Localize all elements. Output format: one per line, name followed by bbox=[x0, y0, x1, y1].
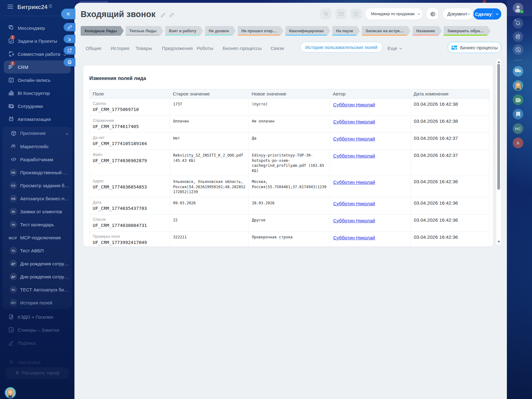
sidebar-item-тест-автозапуск-биз-[interactable]: ТАТЕСТ Автозапуск биз… bbox=[2, 283, 72, 296]
call-button[interactable] bbox=[320, 9, 331, 19]
scrollbar-up-arrow[interactable] bbox=[498, 61, 500, 63]
tab-связи[interactable]: Связи bbox=[270, 46, 284, 51]
field-history-table: ПолеСтарое значениеНовое значениеАвторДа… bbox=[89, 89, 490, 247]
sidebar-item-заявки-от-клиентов[interactable]: ЗКЗаявки от клиентов bbox=[2, 205, 72, 218]
stage-chip[interactable]: Не прошел откр… bbox=[238, 26, 284, 36]
sidebar-item-настройки[interactable]: Настройки bbox=[0, 356, 74, 369]
document-dropdown-label: Документ bbox=[447, 11, 467, 16]
author-link[interactable]: Субботин Николай bbox=[333, 119, 375, 124]
sidebar-item-тест-авбп[interactable]: ТАТест АВБП bbox=[2, 244, 72, 257]
sidebar-item-автоматизация[interactable]: Автоматизация bbox=[0, 113, 74, 126]
notifications-button[interactable] bbox=[513, 18, 523, 29]
messenger-widget-button[interactable] bbox=[513, 66, 523, 77]
bookmarks-widget-button[interactable] bbox=[513, 109, 523, 119]
stage-chip[interactable]: Квалифицирован bbox=[285, 26, 331, 36]
sidebar-item-производственный-[interactable]: ПКПроизводственный … bbox=[2, 166, 72, 179]
current-user-avatar-button[interactable] bbox=[513, 3, 523, 13]
copy-link-icon[interactable] bbox=[169, 12, 174, 18]
tab-user-field-history-active[interactable]: История пользовательских полей bbox=[300, 42, 382, 52]
sidebar-item-кэдо-госключ[interactable]: КЭДО + Госключ bbox=[0, 310, 74, 323]
business-processes-button[interactable]: Бизнес-процессы bbox=[448, 42, 501, 53]
user-ns-button[interactable]: НС bbox=[513, 123, 523, 134]
sidebar-item-label: Настройки bbox=[18, 360, 41, 365]
stage-chip[interactable]: Записан на встре… bbox=[362, 26, 410, 36]
scrollbar-down-arrow[interactable] bbox=[498, 241, 500, 243]
stage-color-line bbox=[444, 35, 487, 36]
sidebar-item-label: Совместная работа bbox=[18, 51, 60, 57]
profile-avatar[interactable] bbox=[5, 387, 16, 398]
logo-wrap[interactable]: Битрикс24 bbox=[17, 4, 52, 10]
copy-link-button[interactable] bbox=[64, 23, 75, 31]
stage-chip[interactable]: Не дозвон bbox=[205, 26, 236, 36]
open-in-new-window-button[interactable] bbox=[64, 46, 75, 55]
more-label: Еще bbox=[387, 46, 397, 51]
assignee-dropdown[interactable]: Менеджер по продажам bbox=[365, 8, 422, 20]
author-link[interactable]: Субботин Николай bbox=[333, 235, 375, 240]
tab-more-dropdown[interactable]: Еще bbox=[387, 46, 402, 51]
author-link[interactable]: Субботин Николай bbox=[333, 180, 375, 185]
author-link[interactable]: Субботин Николай bbox=[333, 201, 375, 206]
table-row: СделкаUF_CRM_1775069710 1737 (пусто) Суб… bbox=[89, 99, 490, 116]
stage-chip[interactable]: Завершить обра… bbox=[444, 26, 490, 36]
author-link[interactable]: Субботин Николай bbox=[333, 102, 375, 107]
sidebar-item-совместная-работа[interactable]: Совместная работа bbox=[0, 47, 74, 60]
stage-chip[interactable]: Теплые Лиды bbox=[126, 26, 163, 36]
change-date: 03.04.2026 16:42:37 bbox=[414, 152, 486, 158]
deal-split-button[interactable]: Сделку bbox=[473, 8, 501, 20]
old-value: 1737 bbox=[173, 101, 245, 107]
copilot-button[interactable] bbox=[513, 31, 523, 42]
sidebar-item-bi-конструктор[interactable]: BI Конструктор bbox=[0, 86, 74, 100]
sidebar-item-тест-календарь[interactable]: ТКТест календарь bbox=[2, 218, 72, 231]
sidebar-item-задачи-и-проекты[interactable]: Задачи и Проекты1 bbox=[0, 34, 74, 47]
close-button[interactable] bbox=[61, 9, 75, 19]
sidebar-item-онлайн-запись[interactable]: Онлайн-запись bbox=[0, 73, 74, 86]
letter-badge-icon: ИП bbox=[10, 299, 17, 306]
sidebar-item-мессенджер[interactable]: Мессенджер bbox=[0, 21, 74, 34]
tab-товары[interactable]: Товары bbox=[136, 46, 152, 51]
hamburger-menu-icon[interactable] bbox=[7, 5, 13, 9]
sidebar-item-разработчикам[interactable]: Разработчикам bbox=[2, 153, 72, 166]
sidebar-item-дни-рождения-сотру-[interactable]: ДРДни рождения сотру… bbox=[2, 257, 72, 270]
document-dropdown[interactable]: Документ bbox=[443, 8, 473, 20]
stage-chip[interactable]: Холодные Лиды bbox=[81, 26, 124, 36]
sidebar-item-маркетплейс[interactable]: Маркетплейс bbox=[2, 140, 72, 153]
tab-бизнес-процессы[interactable]: Бизнес-процессы bbox=[223, 46, 262, 51]
stage-chip[interactable]: На паузе bbox=[332, 26, 360, 36]
contact-avatar-button[interactable] bbox=[513, 80, 523, 91]
author-link[interactable]: Субботин Николай bbox=[333, 153, 375, 158]
stage-chip[interactable]: Название bbox=[413, 26, 442, 36]
sidebar-item-просмотр-задания-б-[interactable]: ПЗПросмотр задания б… bbox=[2, 179, 72, 192]
edit-title-icon[interactable] bbox=[160, 12, 166, 18]
email-button[interactable] bbox=[335, 9, 346, 19]
field-code: UF_CRM_1774035437703 bbox=[93, 205, 167, 212]
scrollbar-thumb[interactable] bbox=[497, 64, 500, 190]
open-chat-button[interactable] bbox=[351, 9, 362, 19]
initials-label: А bbox=[516, 141, 520, 145]
tab-роботы[interactable]: Роботы bbox=[197, 46, 213, 51]
sidebar-item-дни-рождения-сотру-[interactable]: ДРДни рождения сотру… bbox=[2, 270, 72, 283]
news-widget-button[interactable] bbox=[513, 95, 523, 105]
chat-transfer-button[interactable] bbox=[513, 44, 523, 55]
sidebar-item-подпись[interactable]: Подпись bbox=[0, 336, 74, 349]
collapse-button[interactable] bbox=[64, 35, 75, 43]
sidebar-item-label: МСР-подключения bbox=[20, 235, 61, 240]
sidebar-item-приложения[interactable]: Приложения bbox=[2, 127, 72, 140]
sidebar-item-история-полей[interactable]: ИПИстория полей bbox=[2, 296, 72, 309]
settings-gear-button[interactable] bbox=[427, 8, 438, 20]
sidebar-item-label: ТЕСТ Автозапуск биз… bbox=[20, 287, 70, 292]
author-link[interactable]: Субботин Николай bbox=[333, 218, 375, 223]
tab-история[interactable]: История bbox=[111, 46, 129, 51]
stage-chip[interactable]: Взят в работу bbox=[165, 26, 203, 36]
expand-tariff-button[interactable]: Расширить тариф bbox=[5, 367, 69, 379]
sidebar-item-сотрудники[interactable]: Сотрудники bbox=[0, 100, 74, 113]
author-link[interactable]: Субботин Николай bbox=[333, 136, 375, 141]
tab-общие[interactable]: Общие bbox=[86, 46, 101, 51]
sidebar-item-автозапуск-бизнес-п-[interactable]: АБАвтозапуск бизнес-п… bbox=[2, 192, 72, 205]
stickers-icon bbox=[8, 327, 14, 333]
sidebar-item-crm[interactable]: CRM2 bbox=[0, 60, 74, 73]
user-a-button[interactable]: А bbox=[513, 138, 523, 148]
sidebar-item-мср-подключения[interactable]: МСРМСР-подключения bbox=[2, 231, 72, 244]
tab-предложения[interactable]: Предложения bbox=[162, 46, 193, 51]
sidebar-item-стикеры-заметки[interactable]: Стикеры – Заметки bbox=[0, 323, 74, 336]
print-button[interactable] bbox=[64, 58, 75, 66]
